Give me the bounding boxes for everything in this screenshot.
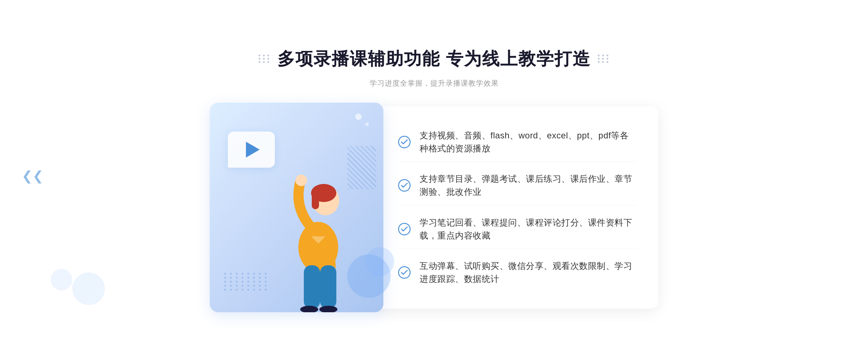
feature-text-2: 支持章节目录、弹题考试、课后练习、课后作业、章节测验、批改作业 xyxy=(420,172,637,198)
features-panel: 支持视频、音频、flash、word、excel、ppt、pdf等各种格式的资源… xyxy=(376,106,658,309)
right-dots-decoration xyxy=(598,55,609,63)
small-circle-deco xyxy=(355,113,362,120)
feature-item-1: 支持视频、音频、flash、word、excel、ppt、pdf等各种格式的资源… xyxy=(398,123,637,162)
svg-rect-6 xyxy=(304,265,320,309)
dot-grid-right xyxy=(598,55,609,63)
svg-point-9 xyxy=(319,306,337,312)
bg-circle-2 xyxy=(51,269,72,291)
feature-text-3: 学习笔记回看、课程提问、课程评论打分、课件资料下载，重点内容收藏 xyxy=(420,216,637,242)
left-dots-decoration xyxy=(259,55,270,63)
illustration-card xyxy=(210,103,383,312)
small-circle-deco-2 xyxy=(365,123,369,126)
svg-point-10 xyxy=(399,136,410,148)
feature-text-4: 互动弹幕、试听购买、微信分享、观看次数限制、学习进度跟踪、数据统计 xyxy=(420,259,637,286)
check-icon-4 xyxy=(398,266,411,279)
content-area: 支持视频、音频、flash、word、excel、ppt、pdf等各种格式的资源… xyxy=(181,103,687,312)
header-section: 多项录播课辅助功能 专为线上教学打造 xyxy=(259,47,609,70)
main-container: 多项录播课辅助功能 专为线上教学打造 学习进度全掌握，提升录播课教学效果 xyxy=(0,26,868,327)
svg-point-11 xyxy=(399,180,410,191)
play-icon xyxy=(246,142,260,158)
feature-item-2: 支持章节目录、弹题考试、课后练习、课后作业、章节测验、批改作业 xyxy=(398,166,637,205)
page-title: 多项录播课辅助功能 专为线上教学打造 xyxy=(277,47,590,70)
feature-item-3: 学习笔记回看、课程提问、课程评论打分、课件资料下载，重点内容收藏 xyxy=(398,210,637,249)
svg-rect-3 xyxy=(312,189,319,209)
person-illustration xyxy=(264,146,373,312)
left-chevrons: ❮❮ xyxy=(22,168,43,184)
dot-grid-left xyxy=(259,55,270,63)
feature-text-1: 支持视频、音频、flash、word、excel、ppt、pdf等各种格式的资源… xyxy=(420,129,637,155)
svg-rect-7 xyxy=(320,265,336,309)
svg-point-4 xyxy=(295,175,307,186)
check-icon-3 xyxy=(398,223,411,236)
dots-pattern xyxy=(224,273,268,291)
check-icon-2 xyxy=(398,179,411,192)
bg-circle-1 xyxy=(72,272,105,305)
feature-item-4: 互动弹幕、试听购买、微信分享、观看次数限制、学习进度跟踪、数据统计 xyxy=(398,253,637,292)
check-icon-1 xyxy=(398,136,411,149)
svg-point-13 xyxy=(399,267,410,278)
svg-point-12 xyxy=(399,223,410,235)
page-subtitle: 学习进度全掌握，提升录播课教学效果 xyxy=(370,78,499,88)
page-wrapper: 多项录播课辅助功能 专为线上教学打造 学习进度全掌握，提升录播课教学效果 xyxy=(0,26,868,327)
